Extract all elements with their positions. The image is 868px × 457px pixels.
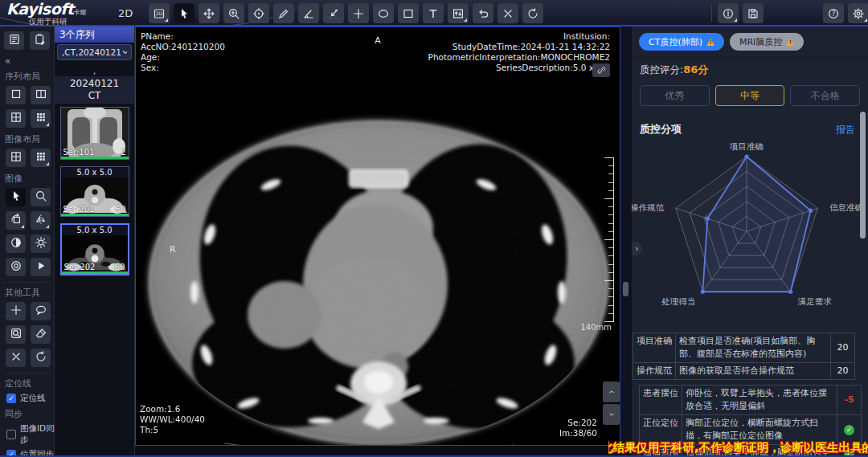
checkbox[interactable]: ✓ xyxy=(6,394,16,403)
chain-link-icon xyxy=(596,65,607,75)
tool-comment-button[interactable] xyxy=(31,302,51,320)
viewer-scrollbar-track[interactable] xyxy=(620,27,632,446)
stack-down-button[interactable] xyxy=(603,404,620,425)
thumbnail-series-number: Ser:202 xyxy=(64,263,96,271)
checkbox-row-位置同步[interactable]: ✓位置同步 xyxy=(0,447,55,457)
angle-button[interactable] xyxy=(298,3,319,23)
pan-button[interactable] xyxy=(199,3,219,23)
report-list-button[interactable] xyxy=(4,31,24,50)
target-button[interactable] xyxy=(248,3,269,23)
image-rotate-button[interactable] xyxy=(6,211,26,230)
sidebar-collapse-button[interactable]: « xyxy=(5,55,10,67)
qc-tab-active[interactable]: CT质控(肺部) xyxy=(639,33,724,51)
image-viewport[interactable]: PName:AccNO:2401210200Age:Sex: Institusi… xyxy=(135,27,620,446)
qc-item-name: 操作规范 xyxy=(633,362,676,379)
qc-score-label: 质控评分: xyxy=(640,63,683,75)
series-layout-2x2-button[interactable] xyxy=(6,109,26,128)
tool-crosshair-button[interactable] xyxy=(6,302,26,320)
delete-button[interactable] xyxy=(497,3,518,23)
svg-text:?: ? xyxy=(832,10,835,17)
play-icon xyxy=(35,259,47,275)
orientation-marker-right: R xyxy=(170,244,176,255)
image-cine-play-button[interactable] xyxy=(31,258,51,276)
series-thumbnail-Ser-101[interactable]: Ser:1012 xyxy=(60,107,129,160)
image-layout-grid-button[interactable] xyxy=(31,149,51,167)
layout-2d-button[interactable]: 2D xyxy=(149,3,170,23)
clipboard-edit-button[interactable] xyxy=(30,31,50,50)
layout-2x2-icon xyxy=(10,150,23,165)
window-level-button[interactable] xyxy=(448,3,469,23)
pencil-icon xyxy=(277,7,290,20)
qc-item-score: 20 xyxy=(831,362,855,379)
link-series-button[interactable] xyxy=(592,63,610,77)
toolbar-corner-tools: ? xyxy=(823,3,868,23)
viewer-scrollbar-thumb[interactable] xyxy=(623,282,628,296)
checkbox[interactable] xyxy=(6,430,16,439)
image-cursor-button[interactable] xyxy=(6,188,26,206)
info-icon xyxy=(722,7,735,20)
tool-delete-button[interactable] xyxy=(6,349,26,367)
stack-up-button[interactable] xyxy=(603,382,620,402)
grade-button-不合格[interactable]: 不合格 xyxy=(790,85,860,106)
study-group-header[interactable]: 20240121 CT xyxy=(55,76,134,104)
cursor-button[interactable] xyxy=(174,3,194,23)
chevron-down-icon xyxy=(121,49,127,55)
series-layout-1x2-button[interactable] xyxy=(31,86,51,104)
chevron-down-icon xyxy=(607,410,616,418)
qc-tab-label: CT质控(肺部) xyxy=(649,36,702,48)
scroll-icon xyxy=(10,259,23,275)
scale-ruler-label: 140mm xyxy=(580,323,612,332)
rect-roi-button[interactable] xyxy=(398,3,419,23)
checkbox-row-图像ID同步[interactable]: 图像ID同步 xyxy=(0,422,55,447)
tool-roi-magnify-button[interactable] xyxy=(6,325,26,344)
image-scroll-button[interactable] xyxy=(6,258,26,276)
qc-table-row: 患者摆位仰卧位，双臂上举抱头，患者体位摆放合适，无明显偏斜-5 xyxy=(640,385,862,414)
series-thumbnail-Ser-201[interactable]: 5.0 x 5.0Ser:20160 xyxy=(60,166,129,217)
series-thumbnail-Ser-202[interactable]: 5.0 x 5.0Ser:20260 xyxy=(60,223,129,275)
settings-button[interactable] xyxy=(848,3,868,23)
overlay-line: Sex: xyxy=(141,63,225,73)
checkbox-row-定位线[interactable]: ✓定位线 xyxy=(0,391,55,406)
image-layout-2x2-button[interactable] xyxy=(6,149,26,167)
info-button[interactable] xyxy=(718,3,739,23)
app-logo: Kayisoft卡耀 仅用于科研 xyxy=(6,2,87,26)
qc-panel-scrollbar-thumb[interactable] xyxy=(860,112,866,239)
qc-score-value: 86分 xyxy=(683,63,708,75)
sidebar-sections: 序列布局图像布局图像其他工具定位线✓定位线同步图像ID同步✓位置同步手动同步缩放… xyxy=(0,68,55,457)
grade-button-优秀[interactable]: 优秀 xyxy=(640,85,710,106)
series-layout-1x1-button[interactable] xyxy=(6,86,26,104)
image-invert-button[interactable] xyxy=(6,235,26,253)
image-flip-button[interactable] xyxy=(31,211,51,230)
toolbar-secondary-tools xyxy=(718,3,764,23)
image-brightness-button[interactable] xyxy=(31,235,51,253)
save-button[interactable] xyxy=(743,3,764,23)
help-button[interactable]: ? xyxy=(823,3,844,23)
tool-eraser-button[interactable] xyxy=(31,325,51,344)
grade-button-中等[interactable]: 中等 xyxy=(715,85,785,106)
cursor-icon xyxy=(178,7,190,20)
text-annotate-button[interactable] xyxy=(423,3,444,23)
arrow-annotate-button[interactable] xyxy=(323,3,344,23)
thumbnail-progress-bar xyxy=(61,157,129,159)
crosshair-button[interactable] xyxy=(348,3,369,23)
undo-icon xyxy=(477,7,489,20)
checkbox[interactable]: ✓ xyxy=(6,450,16,457)
qc-tab-inactive[interactable]: MRI脑质控 xyxy=(730,33,804,51)
close-icon xyxy=(502,7,514,20)
qc-section-header: 质控分项 报告 xyxy=(632,109,868,137)
image-magnify-button[interactable] xyxy=(31,188,51,206)
qc-item-desc: 图像的获取是否符合操作规范 xyxy=(676,362,831,379)
ellipse-roi-button[interactable] xyxy=(373,3,394,23)
undo-button[interactable] xyxy=(473,3,493,23)
series-layout-grid-button[interactable] xyxy=(31,109,51,128)
tool-reset-button[interactable] xyxy=(31,349,51,367)
study-dropdown[interactable]: ,CT,20240121 xyxy=(57,44,132,60)
warning-icon xyxy=(706,39,714,46)
angle-icon xyxy=(302,7,315,20)
qc-score-table-wrap: 项目准确检查项目是否准确(项目如脑部、胸部、腹部是否在标准的范围内容)20操作规… xyxy=(632,329,868,457)
draw-button[interactable] xyxy=(273,3,294,23)
clipboard-icon xyxy=(34,33,47,48)
report-link[interactable]: 报告 xyxy=(836,123,855,137)
zoom-in-button[interactable] xyxy=(223,3,244,23)
reset-button[interactable] xyxy=(522,3,543,23)
